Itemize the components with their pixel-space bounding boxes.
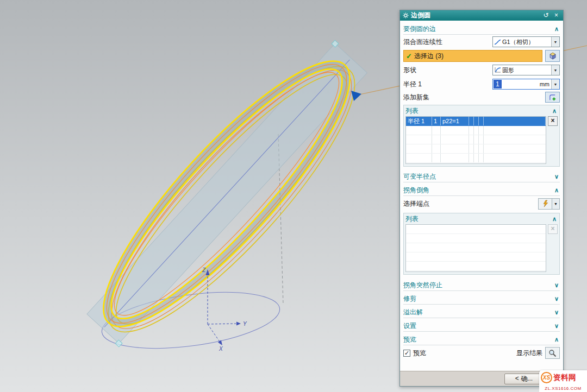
gear-icon [403, 12, 409, 18]
preview-row: ✓ 预览 显示结果 [403, 345, 560, 361]
axis-x-label: X [218, 346, 223, 352]
axis-z-label: Z [202, 267, 206, 273]
watermark-brand: 资料网 [553, 373, 576, 383]
application-window: Z Y X 边倒圆 ↺ × [0, 0, 587, 392]
chevron-down-icon[interactable]: ▼ [551, 65, 559, 75]
chevron-up-icon[interactable]: ∧ [552, 216, 558, 223]
radius-value: 1 [494, 80, 502, 88]
add-set-icon [548, 93, 557, 102]
shape-row: 形状 圆形 ▼ [403, 63, 560, 77]
chevron-down-icon[interactable]: ∨ [554, 309, 560, 316]
g1-continuity-icon [494, 39, 501, 45]
chevron-down-icon[interactable]: ▼ [551, 37, 559, 47]
watermark-url: ZL.XS1616.COM [539, 385, 587, 392]
continuity-dropdown[interactable]: G1（相切） ▼ [492, 36, 560, 47]
section-edges-to-blend[interactable]: 要倒圆的边 ∧ [403, 24, 560, 35]
delete-endpoint-button: × [548, 224, 558, 234]
section-corner-stop[interactable]: 拐角突然停止 ∨ [403, 280, 560, 291]
select-endpoint-label: 选择端点 [403, 199, 535, 208]
list-row-empty [406, 126, 546, 135]
dialog-titlebar[interactable]: 边倒圆 ↺ × [400, 10, 563, 21]
list-row-empty [406, 154, 546, 163]
select-edge-label: 选择边 (3) [414, 52, 444, 61]
show-result-label: 显示结果 [516, 349, 542, 358]
chevron-up-icon[interactable]: ∧ [554, 187, 560, 194]
edge-blend-dialog: 边倒圆 ↺ × 要倒圆的边 ∧ 混合面连续性 G1（相切） [399, 10, 564, 387]
section-label: 拐角倒角 [403, 186, 554, 195]
magnifier-icon [548, 349, 557, 357]
select-edge-field[interactable]: ✓ 选择边 (3) [403, 50, 542, 62]
list-row-empty [406, 252, 546, 262]
endpoint-list-group: 列表 ∧ × [403, 213, 560, 275]
chevron-up-icon[interactable]: ∧ [552, 108, 558, 115]
face-rule-button[interactable] [545, 50, 560, 62]
radius-list-table[interactable]: 半径 1 1 p22=1 [405, 116, 546, 164]
chevron-down-icon[interactable]: ∨ [554, 173, 560, 180]
endpoint-list-table[interactable] [405, 224, 546, 272]
section-label: 修剪 [403, 294, 554, 304]
radius-row: 半径 1 1 mm ▼ [403, 77, 560, 91]
radius-unit: mm [540, 81, 551, 87]
section-label: 拐角突然停止 [403, 281, 554, 290]
list-row-empty [406, 262, 546, 271]
ok-button[interactable]: < 确... [504, 374, 544, 384]
circular-shape-icon [494, 67, 501, 73]
chevron-down-icon[interactable]: ∨ [554, 323, 560, 330]
list-row-empty [406, 234, 546, 243]
chevron-down-icon[interactable]: ∨ [554, 282, 560, 289]
shape-label: 形状 [403, 66, 492, 75]
watermark: XS 资料网 ZL.XS1616.COM [539, 370, 587, 392]
select-endpoint-row: 选择端点 ▼ [403, 196, 560, 211]
continuity-value: G1（相切） [501, 38, 551, 46]
add-new-set-label: 添加新集 [403, 93, 542, 102]
section-settings[interactable]: 设置 ∨ [403, 321, 560, 332]
dialog-footer: < 确... [400, 371, 563, 386]
list-row-empty [406, 243, 546, 252]
chevron-down-icon[interactable]: ∨ [554, 295, 560, 302]
dialog-title: 边倒圆 [411, 11, 540, 20]
list-cell: 1 [432, 117, 441, 125]
chevron-up-icon[interactable]: ∧ [554, 26, 560, 33]
check-icon: ✓ [406, 52, 412, 60]
list-row-empty [406, 144, 546, 154]
section-label: 溢出解 [403, 308, 554, 317]
radius-label: 半径 1 [403, 80, 492, 89]
section-overflow[interactable]: 溢出解 ∨ [403, 307, 560, 318]
watermark-logo-icon: XS [541, 372, 552, 383]
unit-dropdown-icon[interactable]: ▼ [551, 79, 559, 89]
continuity-label: 混合面连续性 [403, 37, 492, 47]
list-row-selected[interactable]: 半径 1 1 p22=1 [406, 117, 546, 126]
chevron-down-icon[interactable]: ▼ [552, 198, 560, 210]
delete-set-button[interactable]: × [548, 116, 558, 126]
select-edge-row: ✓ 选择边 (3) [403, 49, 560, 63]
radius-input[interactable]: 1 mm ▼ [492, 79, 560, 90]
show-result-button[interactable] [545, 347, 560, 359]
list-row-empty [406, 135, 546, 144]
section-label: 可变半径点 [403, 172, 554, 181]
section-label: 设置 [403, 321, 554, 331]
section-variable-radius[interactable]: 可变半径点 ∨ [403, 172, 560, 182]
reset-icon[interactable]: ↺ [542, 11, 550, 20]
close-icon[interactable]: × [552, 11, 560, 20]
continuity-row: 混合面连续性 G1（相切） ▼ [403, 35, 560, 49]
endpoint-picker-icon [542, 200, 549, 207]
section-trim[interactable]: 修剪 ∨ [403, 294, 560, 305]
endpoint-picker-button[interactable]: ▼ [538, 198, 560, 210]
list-subheader[interactable]: 列表 ∧ [405, 214, 558, 224]
dialog-body: 要倒圆的边 ∧ 混合面连续性 G1（相切） ▼ [400, 21, 563, 371]
list-subheader[interactable]: 列表 ∧ [405, 106, 558, 116]
section-corner-setback[interactable]: 拐角倒角 ∧ [403, 185, 560, 196]
radius-list-group: 列表 ∧ 半径 1 1 p22=1 [403, 105, 560, 167]
list-label: 列表 [405, 106, 552, 116]
list-cell: 半径 1 [406, 117, 432, 125]
chevron-up-icon[interactable]: ∧ [554, 336, 560, 343]
list-row-empty [406, 225, 546, 234]
list-label: 列表 [405, 214, 552, 224]
shape-value: 圆形 [501, 66, 551, 74]
preview-checkbox[interactable]: ✓ [403, 350, 410, 357]
add-new-set-row: 添加新集 [403, 91, 560, 103]
add-new-set-button[interactable] [545, 92, 560, 103]
preview-checkbox-label: 预览 [413, 349, 516, 358]
section-preview[interactable]: 预览 ∧ [403, 334, 560, 345]
shape-dropdown[interactable]: 圆形 ▼ [492, 65, 560, 75]
